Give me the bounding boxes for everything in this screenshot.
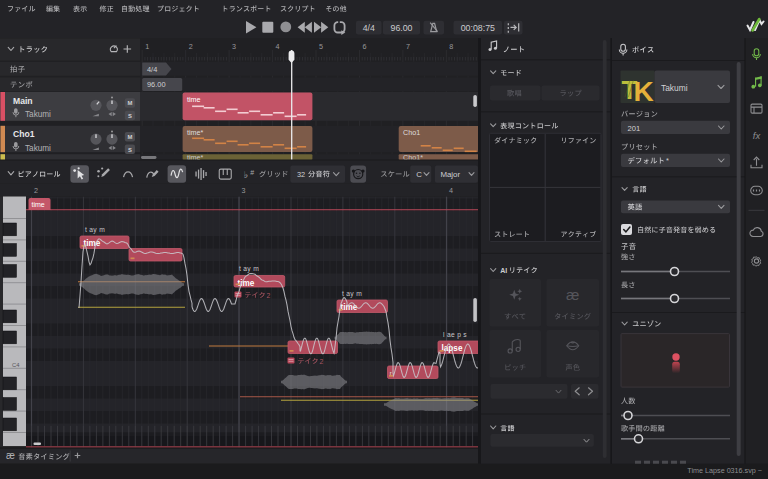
svg-text:2: 2	[320, 358, 324, 365]
svg-text:2: 2	[189, 42, 193, 51]
svg-text:Cho1: Cho1	[13, 129, 35, 139]
svg-text:00:08:75: 00:08:75	[461, 23, 495, 33]
svg-text:t ay m: t ay m	[85, 226, 105, 234]
svg-text:*: *	[666, 156, 669, 165]
svg-text:2: 2	[267, 292, 271, 299]
svg-text:S: S	[128, 113, 132, 119]
svg-text:3: 3	[232, 42, 236, 51]
svg-text:Takumi: Takumi	[661, 83, 688, 93]
svg-text:1: 1	[145, 42, 149, 51]
svg-text:l ae p s: l ae p s	[443, 331, 467, 339]
svg-text:96.00: 96.00	[147, 80, 166, 89]
svg-text:fx: fx	[753, 130, 762, 141]
svg-text:4: 4	[449, 186, 453, 195]
svg-text:3: 3	[242, 186, 246, 195]
svg-text:4: 4	[276, 42, 280, 51]
svg-text:#: #	[250, 169, 254, 176]
svg-text:r: r	[390, 370, 392, 376]
svg-text:t ay m: t ay m	[342, 290, 362, 298]
svg-text:2: 2	[34, 186, 38, 195]
svg-text:Major: Major	[440, 170, 460, 179]
svg-text:time*: time*	[187, 128, 204, 137]
svg-text:Main: Main	[13, 96, 33, 106]
svg-text:C4: C4	[12, 362, 20, 368]
svg-text:time: time	[32, 201, 45, 208]
svg-text:Cho1: Cho1	[403, 128, 420, 137]
svg-text:K: K	[634, 76, 654, 107]
svg-text:4/4: 4/4	[363, 23, 375, 33]
svg-text:time: time	[187, 95, 201, 104]
svg-text:32: 32	[297, 170, 305, 179]
svg-text:96.00: 96.00	[390, 23, 412, 33]
svg-text:æ: æ	[6, 450, 15, 461]
svg-text:C: C	[416, 170, 422, 179]
svg-text:S: S	[128, 147, 132, 153]
svg-text:Takumi: Takumi	[25, 144, 51, 153]
svg-text:4/4: 4/4	[147, 65, 157, 74]
svg-text:8: 8	[449, 42, 453, 51]
svg-text:♭: ♭	[244, 170, 248, 180]
svg-text:201: 201	[628, 124, 641, 133]
svg-text:Takumi: Takumi	[25, 110, 51, 119]
svg-text:6: 6	[362, 42, 366, 51]
svg-text:M: M	[127, 134, 132, 140]
svg-text:AI: AI	[500, 267, 507, 274]
svg-text:M: M	[127, 100, 132, 106]
svg-text:7: 7	[406, 42, 410, 51]
svg-text:Time Lapse 0316.svp ~: Time Lapse 0316.svp ~	[687, 466, 762, 475]
svg-text:5: 5	[319, 42, 323, 51]
svg-text:t ay m: t ay m	[239, 265, 259, 273]
svg-text:æ: æ	[566, 286, 579, 303]
